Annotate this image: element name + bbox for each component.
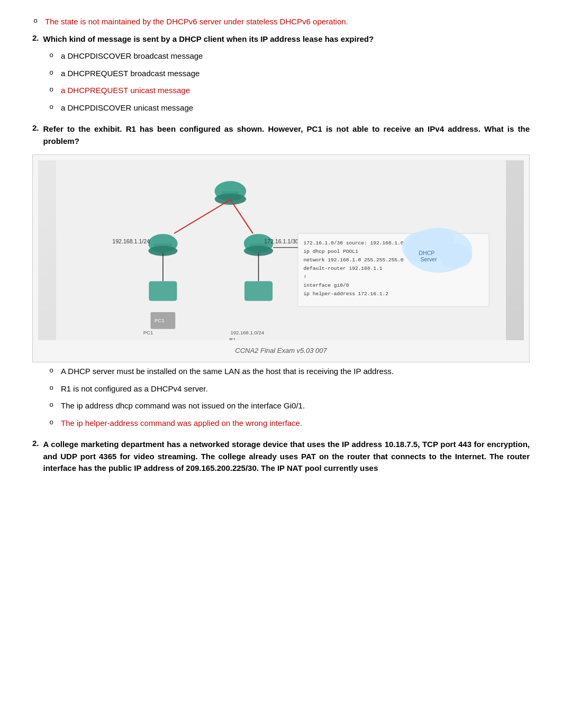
- svg-text:ip dhcp pool POOL1: ip dhcp pool POOL1: [304, 249, 358, 254]
- question-2-text: Which kind of message is sent by a DHCP …: [43, 33, 530, 46]
- option-2-3-text: a DHCPREQUEST unicast message: [61, 85, 530, 97]
- option-2b-4-text: The ip helper-address command was applie…: [61, 417, 530, 430]
- option-2b-2: o R1 is not configured as a DHCPv4 serve…: [48, 383, 530, 395]
- bullet-2-3: o: [48, 85, 55, 93]
- svg-text:R1: R1: [229, 336, 235, 340]
- svg-text:network 192.168.1.0 255.255.25: network 192.168.1.0 255.255.255.0: [304, 257, 404, 263]
- svg-text:172.16.1.0/30 source: 192.168.: 172.16.1.0/30 source: 192.168.1.0: [304, 240, 404, 246]
- question-block-2: 2. Which kind of message is sent by a DH…: [32, 33, 530, 114]
- option-2b-1: o A DHCP server must be installed on the…: [48, 366, 530, 378]
- svg-point-3: [215, 194, 247, 205]
- question-2b-options: o A DHCP server must be installed on the…: [32, 366, 530, 429]
- bullet-2b-3: o: [48, 401, 55, 408]
- svg-text:PC1: PC1: [155, 317, 165, 323]
- question-2-options: o a DHCPDISCOVER broadcast message o a D…: [32, 50, 530, 114]
- option-2-4-text: a DHCPDISCOVER unicast message: [61, 102, 530, 114]
- option-2-1-text: a DHCPDISCOVER broadcast message: [61, 50, 530, 62]
- option-2-4: o a DHCPDISCOVER unicast message: [48, 102, 530, 114]
- bullet-2-1: o: [48, 51, 55, 59]
- svg-text:!: !: [304, 274, 307, 280]
- network-diagram-svg: 192.168.1.1/24 172.16.1.1/30 PC1 172.16.…: [38, 160, 524, 340]
- top-answer-text: The state is not maintained by the DHCPv…: [45, 16, 530, 28]
- option-2-3: o a DHCPREQUEST unicast message: [48, 85, 530, 97]
- top-answer-item: o The state is not maintained by the DHC…: [32, 16, 530, 28]
- bullet-2-4: o: [48, 103, 55, 111]
- svg-text:Server: Server: [421, 256, 438, 262]
- question-2b-number: 2.: [32, 123, 39, 132]
- option-2-1: o a DHCPDISCOVER broadcast message: [48, 50, 530, 62]
- option-2-2: o a DHCPREQUEST broadcast message: [48, 68, 530, 80]
- option-2b-4: o The ip helper-address command was appl…: [48, 417, 530, 430]
- question-block-2b: 2. Refer to the exhibit. R1 has been con…: [32, 123, 530, 429]
- question-2-header: 2. Which kind of message is sent by a DH…: [32, 33, 530, 46]
- option-2b-3: o The ip address dhcp command was not is…: [48, 400, 530, 412]
- exhibit-image: 192.168.1.1/24 172.16.1.1/30 PC1 172.16.…: [38, 160, 524, 340]
- option-2-2-text: a DHCPREQUEST broadcast message: [61, 68, 530, 80]
- question-2c-text: A college marketing department has a net…: [43, 439, 530, 475]
- svg-text:default-router 192.168.1.1: default-router 192.168.1.1: [304, 266, 383, 271]
- svg-text:DHCP: DHCP: [419, 250, 434, 256]
- svg-text:172.16.1.1/30: 172.16.1.1/30: [264, 238, 298, 244]
- svg-point-31: [423, 228, 455, 251]
- question-2b-text: Refer to the exhibit. R1 has been config…: [43, 123, 530, 147]
- question-2c-number: 2.: [32, 439, 39, 448]
- question-2-number: 2.: [32, 33, 39, 42]
- svg-text:192.168.1.0/24: 192.168.1.0/24: [230, 330, 264, 335]
- svg-text:192.168.1.1/24: 192.168.1.1/24: [112, 238, 150, 244]
- svg-text:PC1: PC1: [143, 330, 153, 335]
- exhibit-box: 192.168.1.1/24 172.16.1.1/30 PC1 172.16.…: [32, 154, 530, 362]
- svg-text:ip helper-address 172.16.1.2: ip helper-address 172.16.1.2: [304, 291, 389, 297]
- option-2b-2-text: R1 is not configured as a DHCPv4 server.: [61, 383, 530, 395]
- bullet-2b-2: o: [48, 384, 55, 392]
- bullet-icon: o: [32, 16, 39, 24]
- bullet-2b-4: o: [48, 418, 55, 426]
- svg-rect-17: [244, 281, 273, 301]
- exhibit-caption: CCNA2 Final Exam v5.03 007: [235, 344, 327, 357]
- bullet-2b-1: o: [48, 366, 55, 374]
- option-2b-3-text: The ip address dhcp command was not issu…: [61, 400, 530, 412]
- question-2c-header: 2. A college marketing department has a …: [32, 439, 530, 475]
- bullet-2-2: o: [48, 68, 55, 76]
- main-content: o The state is not maintained by the DHC…: [32, 16, 530, 475]
- question-block-2c: 2. A college marketing department has a …: [32, 439, 530, 475]
- svg-text:interface gi0/0: interface gi0/0: [304, 283, 349, 288]
- svg-rect-16: [149, 281, 177, 301]
- option-2b-1-text: A DHCP server must be installed on the s…: [61, 366, 530, 378]
- question-2b-header: 2. Refer to the exhibit. R1 has been con…: [32, 123, 530, 147]
